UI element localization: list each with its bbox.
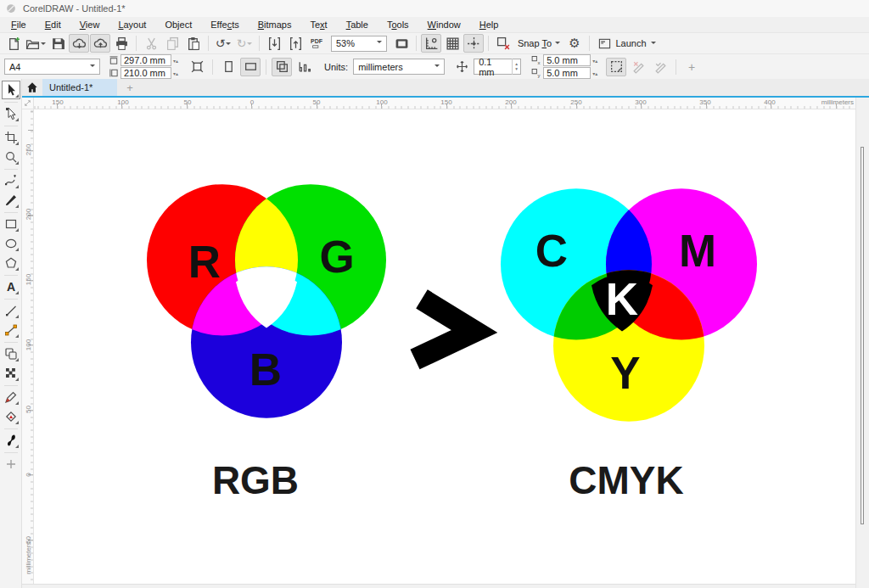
portrait-orientation-button[interactable] (218, 58, 238, 76)
h-ruler-label: 50 (313, 98, 321, 106)
grayed-pen-button-2[interactable] (650, 58, 670, 76)
customize-plus-button[interactable]: + (681, 58, 702, 76)
open-from-cloud-button[interactable] (69, 34, 89, 53)
export-button[interactable] (285, 34, 306, 53)
save-button[interactable] (48, 34, 68, 53)
new-tab-button[interactable]: + (117, 79, 143, 96)
horizontal-ruler[interactable]: 15010050050100150200250300350400millimet… (34, 98, 855, 109)
crop-tool[interactable] (2, 128, 20, 147)
eyedropper-tool[interactable] (2, 388, 20, 406)
open-caret-icon[interactable] (41, 42, 46, 48)
smart-fill-tool[interactable] (2, 407, 20, 426)
flyout-indicator-icon (15, 358, 19, 361)
artistic-media-tool[interactable] (2, 191, 20, 210)
document-artwork[interactable]: RGBRGBCMYKCMYK (34, 109, 855, 584)
menu-file[interactable]: File (2, 19, 36, 31)
duplicate-x-input[interactable]: 5.0 mm (543, 54, 591, 66)
text-tool[interactable]: A (2, 277, 20, 296)
zoom-level-select[interactable]: 53% (331, 36, 387, 52)
preset-caret-icon[interactable] (90, 64, 95, 70)
menu-help[interactable]: Help (470, 19, 508, 31)
open-button[interactable] (25, 34, 47, 53)
menu-tools[interactable]: Tools (378, 19, 418, 31)
all-pages-button[interactable] (272, 58, 292, 76)
page-height-spinner[interactable]: ▾▴ (173, 70, 178, 76)
line-tool[interactable] (2, 301, 20, 320)
ruler-origin-button[interactable] (22, 98, 34, 109)
treat-as-filled-button[interactable] (606, 58, 626, 76)
menu-window[interactable]: Window (418, 19, 470, 31)
launch-button[interactable]: Launch (594, 34, 660, 53)
ellipse-tool[interactable] (2, 234, 20, 253)
menu-table[interactable]: Table (337, 19, 378, 31)
landscape-orientation-button[interactable] (240, 58, 261, 76)
rectangle-tool[interactable] (2, 215, 20, 233)
launch-caret-icon[interactable] (651, 42, 656, 47)
undo-button[interactable]: ↺ (213, 34, 233, 53)
mesh-fill-tool[interactable] (2, 364, 20, 383)
redo-button[interactable]: ↻ (234, 34, 255, 53)
redo-caret-icon[interactable] (247, 42, 252, 48)
v-ruler-label: 0 (25, 469, 32, 481)
paste-button[interactable] (183, 34, 204, 53)
flyout-indicator-icon (15, 118, 19, 121)
document-tab[interactable]: Untitled-1* (42, 79, 117, 96)
duplicate-x-spinner[interactable]: ▾▴ (592, 58, 597, 64)
undo-caret-icon[interactable] (226, 42, 231, 48)
vertical-scrollbar-thumb[interactable] (861, 147, 864, 524)
menu-effects[interactable]: Effects (201, 19, 248, 31)
horizontal-scrollbar[interactable] (22, 584, 855, 588)
cut-button[interactable] (141, 34, 161, 53)
cmyk-title-label: CMYK (569, 458, 683, 502)
full-screen-preview-button[interactable] (391, 34, 412, 53)
page-width-spinner[interactable]: ▾▴ (173, 58, 178, 64)
new-document-button[interactable] (3, 34, 24, 53)
show-grid-button[interactable] (442, 34, 463, 53)
copy-button[interactable] (162, 34, 182, 53)
fill-tool[interactable] (2, 431, 20, 450)
import-button[interactable] (264, 34, 284, 53)
freehand-tool[interactable] (2, 171, 20, 190)
snap-off-button[interactable] (493, 34, 513, 53)
show-guidelines-button[interactable] (463, 34, 484, 53)
nudge-offset-icon (451, 58, 472, 76)
grayed-pen-button-1[interactable] (628, 58, 648, 76)
page-size-preset-select[interactable]: A4 (4, 59, 100, 75)
nudge-offset-input[interactable]: 0.1 mm ▴▾ (474, 59, 521, 75)
print-button[interactable] (111, 34, 132, 53)
options-button[interactable]: ⚙ (564, 34, 585, 53)
units-caret-icon[interactable] (434, 64, 440, 70)
publish-pdf-button[interactable]: PDF (306, 34, 327, 53)
snap-to-dropdown[interactable]: Snap To (514, 34, 563, 53)
menu-layout[interactable]: Layout (109, 19, 155, 31)
drawing-canvas[interactable]: RGBRGBCMYKCMYK (34, 109, 855, 584)
autofit-page-button[interactable] (187, 58, 207, 76)
units-select[interactable]: millimeters (353, 59, 445, 75)
current-page-button[interactable] (294, 58, 314, 76)
save-to-cloud-button[interactable] (90, 34, 110, 53)
show-rulers-button[interactable] (421, 34, 441, 53)
duplicate-y-input[interactable]: 5.0 mm (543, 67, 591, 79)
shape-tool[interactable] (2, 104, 20, 123)
page-height-input[interactable]: 210.0 mm (121, 67, 171, 79)
pick-tool[interactable] (2, 81, 20, 99)
menu-text[interactable]: Text (300, 19, 336, 31)
page-width-input[interactable]: 297.0 mm (121, 54, 171, 66)
zoom-caret-icon[interactable] (377, 41, 382, 46)
connector-tool[interactable] (2, 321, 20, 339)
zoom-tool[interactable] (2, 148, 20, 166)
greater-than-symbol[interactable] (415, 299, 474, 359)
vertical-ruler[interactable]: 25020015010050050millimeters (22, 109, 34, 584)
duplicate-y-spinner[interactable]: ▾▴ (592, 70, 597, 76)
nudge-spinner[interactable]: ▴▾ (512, 59, 520, 75)
vertical-scrollbar[interactable] (855, 98, 869, 588)
snap-to-caret-icon[interactable] (555, 42, 560, 47)
menu-view[interactable]: View (70, 19, 109, 31)
welcome-home-button[interactable] (22, 79, 42, 96)
interactive-fill-tool[interactable] (2, 344, 20, 363)
menu-edit[interactable]: Edit (36, 19, 70, 31)
menu-object[interactable]: Object (155, 19, 201, 31)
add-tool-button[interactable] (2, 455, 20, 473)
menu-bitmaps[interactable]: Bitmaps (249, 19, 301, 31)
polygon-tool[interactable] (2, 254, 20, 272)
